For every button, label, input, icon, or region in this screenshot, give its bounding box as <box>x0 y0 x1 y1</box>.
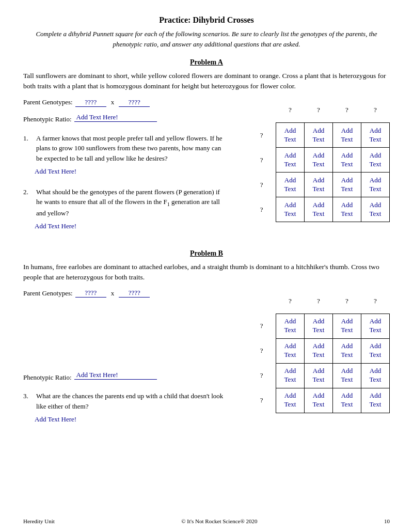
punnett-a-cell-2-4[interactable]: AddText <box>361 148 390 173</box>
punnett-b-cell-3-4[interactable]: AddText <box>361 363 390 388</box>
punnett-a-cell-3-2[interactable]: AddText <box>305 173 333 197</box>
problem-a-parent2[interactable]: ???? <box>119 98 150 107</box>
punnett-b-cell-4-2[interactable]: AddText <box>305 388 333 413</box>
punnett-b-row4: ? AddText AddText AddText AddText <box>248 388 390 413</box>
punnett-b-cell-4-1[interactable]: AddText <box>276 388 305 413</box>
punnett-b-cell-3-3[interactable]: AddText <box>333 363 361 388</box>
punnett-a-col4[interactable]: ? <box>361 98 390 123</box>
problem-b-phenotypic-ratio: Phenotypic Ratio: Add Text Here! <box>23 370 225 385</box>
question-3-text: What are the chances the parents end up … <box>36 391 225 411</box>
punnett-a-row1: ? AddText AddText AddText AddText <box>248 123 390 148</box>
punnett-b-row1: ? AddText AddText AddText AddText <box>248 314 390 338</box>
punnett-b-cell-1-4[interactable]: AddText <box>361 314 390 338</box>
page-title: Practice: Dihybrid Crosses <box>23 15 390 25</box>
footer-left: Heredity Unit <box>23 518 55 524</box>
punnett-a-col1[interactable]: ? <box>276 98 305 123</box>
question-1-text: A farmer knows that most people prefer t… <box>36 133 225 164</box>
punnett-a-cell-2-3[interactable]: AddText <box>333 148 361 173</box>
punnett-a: ? ? ? ? ? AddText AddText AddText AddTex… <box>235 98 390 223</box>
punnett-a-cell-1-2[interactable]: AddText <box>305 123 333 148</box>
problem-a-phenotypic-ratio: Phenotypic Ratio: Add Text Here! <box>23 112 225 127</box>
punnett-a-cell-3-3[interactable]: AddText <box>333 173 361 197</box>
punnett-a-row2: ? AddText AddText AddText AddText <box>248 148 390 173</box>
punnett-a-cell-1-1[interactable]: AddText <box>276 123 305 148</box>
punnett-a-cell-2-1[interactable]: AddText <box>276 148 305 173</box>
punnett-a-cell-3-1[interactable]: AddText <box>276 173 305 197</box>
question-2-text: What should be the genotypes of the pare… <box>36 187 225 218</box>
problem-b-parent-label: Parent Genotypes: <box>23 289 73 298</box>
problem-b-title: Problem B <box>23 249 390 258</box>
punnett-a-row3-header[interactable]: ? <box>248 173 276 197</box>
punnett-b-col4[interactable]: ? <box>361 289 390 314</box>
punnett-a-row1-header[interactable]: ? <box>248 123 276 148</box>
punnett-b-row1-header[interactable]: ? <box>248 314 276 338</box>
punnett-a-cell-2-2[interactable]: AddText <box>305 148 333 173</box>
problem-b-parent1[interactable]: ???? <box>75 289 106 298</box>
problem-a-parent1[interactable]: ???? <box>75 98 106 107</box>
punnett-a-cell-4-3[interactable]: AddText <box>333 197 361 222</box>
punnett-a-cell-3-4[interactable]: AddText <box>361 173 390 197</box>
punnett-a-cell-4-1[interactable]: AddText <box>276 197 305 222</box>
problem-a-section: Problem A Tall sunflowers are dominant t… <box>23 58 390 242</box>
punnett-a-row2-header[interactable]: ? <box>248 148 276 173</box>
punnett-b-cell-1-3[interactable]: AddText <box>333 314 361 338</box>
punnett-b-cell-4-3[interactable]: AddText <box>333 388 361 413</box>
punnett-b-cell-1-2[interactable]: AddText <box>305 314 333 338</box>
punnett-a-row4: ? AddText AddText AddText AddText <box>248 197 390 222</box>
problem-a-parent-genotypes: Parent Genotypes: ???? x ???? <box>23 98 225 107</box>
question-1-answer[interactable]: Add Text Here! <box>35 166 76 177</box>
punnett-b-row2: ? AddText AddText AddText AddText <box>248 338 390 363</box>
problem-a-title: Problem A <box>23 58 390 67</box>
problem-b-parent2[interactable]: ???? <box>119 289 150 298</box>
punnett-a-col2[interactable]: ? <box>305 98 333 123</box>
question-2-number: 2. <box>23 187 34 218</box>
punnett-b-col1[interactable]: ? <box>276 289 305 314</box>
punnett-table-b: ? ? ? ? ? AddText AddText AddText AddTex… <box>248 289 390 413</box>
question-1-number: 1. <box>23 133 34 164</box>
question-3-answer[interactable]: Add Text Here! <box>35 414 76 425</box>
punnett-a-cell-4-2[interactable]: AddText <box>305 197 333 222</box>
punnett-a-row3: ? AddText AddText AddText AddText <box>248 173 390 197</box>
punnett-b-cell-2-2[interactable]: AddText <box>305 338 333 363</box>
footer-center: © It's Not Rocket Science® 2020 <box>55 518 384 524</box>
question-3: 3. What are the chances the parents end … <box>23 391 225 430</box>
problem-b-section: Problem B In humans, free earlobes are d… <box>23 249 390 435</box>
problem-b-phenotypic-value[interactable]: Add Text Here! <box>74 371 157 380</box>
punnett-b-cell-2-4[interactable]: AddText <box>361 338 390 363</box>
footer-right: 10 <box>384 518 390 524</box>
punnett-a-cell-4-4[interactable]: AddText <box>361 197 390 222</box>
punnett-b-row4-header[interactable]: ? <box>248 388 276 413</box>
question-2: 2. What should be the genotypes of the p… <box>23 187 225 237</box>
problem-a-left: Parent Genotypes: ???? x ???? Phenotypic… <box>23 98 225 242</box>
punnett-b-row3-header[interactable]: ? <box>248 363 276 388</box>
problem-a-phenotypic-value[interactable]: Add Text Here! <box>74 113 157 122</box>
question-2-answer[interactable]: Add Text Here! <box>35 221 76 231</box>
punnett-b-cell-1-1[interactable]: AddText <box>276 314 305 338</box>
problem-b-phenotypic-label: Phenotypic Ratio: <box>23 373 72 382</box>
punnett-a-col3[interactable]: ? <box>333 98 361 123</box>
punnett-a-row4-header[interactable]: ? <box>248 197 276 222</box>
punnett-b-cell-2-1[interactable]: AddText <box>276 338 305 363</box>
punnett-b-col2[interactable]: ? <box>305 289 333 314</box>
punnett-b: ? ? ? ? ? AddText AddText AddText AddTex… <box>235 289 390 413</box>
punnett-b-cell-2-3[interactable]: AddText <box>333 338 361 363</box>
problem-b-parent-genotypes: Parent Genotypes: ???? x ???? <box>23 289 225 298</box>
parent-genotypes-label: Parent Genotypes: <box>23 98 73 106</box>
punnett-b-cell-3-1[interactable]: AddText <box>276 363 305 388</box>
page-subtitle: Complete a dihybrid Punnett square for e… <box>23 29 390 49</box>
punnett-b-row3: ? AddText AddText AddText AddText <box>248 363 390 388</box>
punnett-b-col3[interactable]: ? <box>333 289 361 314</box>
punnett-a-cell-1-4[interactable]: AddText <box>361 123 390 148</box>
problem-a-description: Tall sunflowers are dominant to short, w… <box>23 71 390 92</box>
question-3-number: 3. <box>23 391 34 411</box>
problem-b-description: In humans, free earlobes are dominant to… <box>23 262 390 283</box>
punnett-table-a: ? ? ? ? ? AddText AddText AddText AddTex… <box>248 98 390 223</box>
question-1: 1. A farmer knows that most people prefe… <box>23 133 225 182</box>
problem-b-cross-symbol: x <box>111 289 115 298</box>
problem-b-left: Parent Genotypes: ???? x ???? Phenotypic… <box>23 289 225 435</box>
punnett-b-row2-header[interactable]: ? <box>248 338 276 363</box>
punnett-b-cell-3-2[interactable]: AddText <box>305 363 333 388</box>
cross-symbol: x <box>111 98 115 106</box>
punnett-a-cell-1-3[interactable]: AddText <box>333 123 361 148</box>
punnett-b-cell-4-4[interactable]: AddText <box>361 388 390 413</box>
